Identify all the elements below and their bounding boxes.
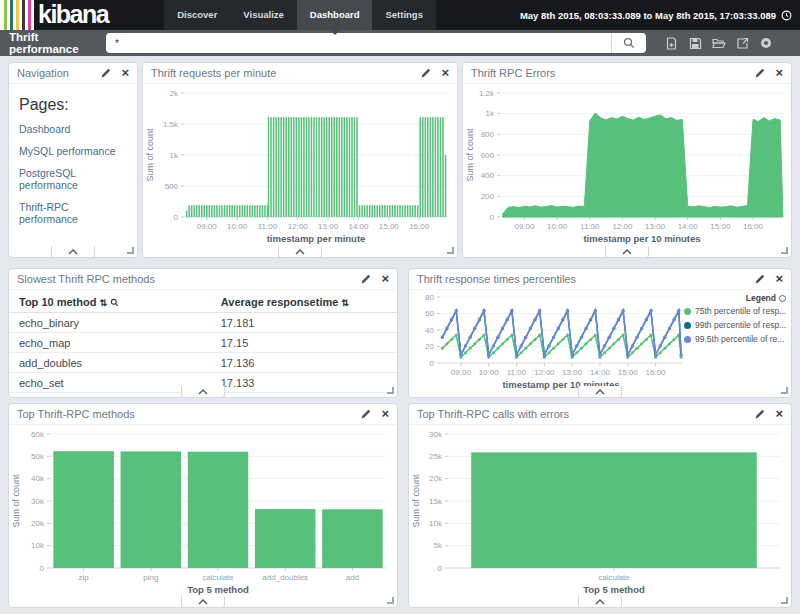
panel-header: Slowest Thrift RPC methods × (9, 269, 397, 290)
table-cell[interactable]: 17.15 (211, 333, 397, 353)
panel-resize-handle[interactable] (781, 597, 788, 604)
table-cell[interactable]: 17.136 (211, 353, 397, 373)
column-header-method[interactable]: Top 10 method⇅ (9, 292, 211, 313)
nav-link-dashboard[interactable]: Dashboard (19, 123, 127, 135)
svg-text:calculate: calculate (598, 573, 630, 582)
nav-link-thrift-rpc-performance[interactable]: Thrift-RPC performance (19, 201, 127, 225)
pages-heading: Pages: (19, 96, 127, 114)
panel-collapse-chevron[interactable] (181, 596, 225, 608)
panel-resize-handle[interactable] (781, 387, 788, 394)
options-gear-icon[interactable] (760, 37, 772, 49)
edit-panel-icon[interactable] (755, 409, 765, 419)
close-panel-icon[interactable]: × (121, 68, 129, 78)
legend-item-99-5th[interactable]: 99.5th percentile of re... (684, 334, 786, 344)
panel-collapse-chevron[interactable] (51, 246, 95, 258)
panel-collapse-chevron[interactable] (278, 246, 322, 258)
sort-icon[interactable]: ⇅ (99, 298, 107, 308)
svg-text:1.5k: 1.5k (163, 120, 179, 129)
rpc-errors-chart[interactable]: 02004006008001k1.2k09:0010:0011:0012:001… (464, 85, 792, 257)
svg-text:0: 0 (490, 213, 495, 222)
query-input[interactable] (106, 33, 611, 53)
share-dashboard-icon[interactable] (736, 37, 749, 50)
svg-text:15:00: 15:00 (379, 222, 400, 231)
panel-navigation: Navigation × Pages: Dashboard MySQL perf… (8, 62, 138, 258)
svg-text:11:00: 11:00 (580, 222, 600, 231)
top-methods-chart[interactable]: 010k20k30k40k50k60kTop 5 methodSum of co… (10, 426, 396, 610)
legend-dot-icon (684, 336, 691, 343)
save-dashboard-icon[interactable] (689, 37, 702, 50)
table-cell[interactable]: add_doubles (9, 353, 211, 373)
tab-settings[interactable]: Settings (372, 0, 435, 30)
svg-text:1k: 1k (170, 151, 179, 160)
svg-text:16:00: 16:00 (743, 222, 764, 231)
svg-text:10:00: 10:00 (547, 222, 568, 231)
load-dashboard-icon[interactable] (712, 37, 726, 49)
svg-text:2k: 2k (170, 89, 179, 98)
close-panel-icon[interactable]: × (775, 274, 783, 284)
table-cell[interactable]: 17.133 (211, 373, 397, 393)
close-panel-icon[interactable]: × (775, 68, 783, 78)
top-errors-chart[interactable]: 05k10k15k20k25k30kTop 5 methodSum of cou… (410, 426, 790, 610)
panel-collapse-chevron[interactable] (181, 386, 225, 398)
new-dashboard-icon[interactable] (665, 37, 678, 50)
svg-text:Sum of count: Sum of count (411, 474, 421, 528)
svg-text:0: 0 (174, 213, 179, 222)
panel-collapse-chevron[interactable] (605, 246, 649, 258)
edit-panel-icon[interactable] (361, 274, 371, 284)
table-cell[interactable]: echo_binary (9, 313, 211, 333)
panel-title: Navigation (17, 67, 91, 79)
svg-text:30k: 30k (429, 430, 443, 439)
panel-resize-handle[interactable] (387, 387, 394, 394)
svg-text:400: 400 (481, 171, 495, 180)
svg-text:zip: zip (78, 573, 89, 582)
panel-resize-handle[interactable] (127, 247, 134, 254)
panel-thrift-requests-per-minute: Thrift requests per minute × 05001k1.5k2… (142, 62, 458, 258)
legend-toggle-icon[interactable] (779, 295, 786, 302)
close-panel-icon[interactable]: × (441, 68, 449, 78)
panel-resize-handle[interactable] (387, 597, 394, 604)
column-header-responsetime[interactable]: Average responsetime⇅ (211, 292, 397, 313)
requests-per-minute-chart[interactable]: 05001k1.5k2k09:0010:0011:0012:0013:0014:… (144, 85, 458, 257)
edit-panel-icon[interactable] (101, 68, 111, 78)
time-range-picker[interactable]: May 8th 2015, 08:03:33.089 to May 8th 20… (520, 0, 792, 30)
edit-panel-icon[interactable] (755, 68, 765, 78)
percentiles-chart[interactable]: 02040608009:0010:0011:0012:0013:0014:001… (410, 291, 686, 399)
close-panel-icon[interactable]: × (381, 409, 389, 419)
filter-search-icon[interactable] (110, 298, 119, 307)
close-panel-icon[interactable]: × (775, 409, 783, 419)
legend-header[interactable]: Legend (684, 293, 786, 303)
close-panel-icon[interactable]: × (381, 274, 389, 284)
navigation-pages: Pages: Dashboard MySQL performance Postg… (9, 84, 137, 247)
clock-icon (781, 10, 792, 21)
edit-panel-icon[interactable] (361, 409, 371, 419)
tab-dashboard[interactable]: Dashboard (297, 0, 373, 30)
table-cell[interactable]: echo_map (9, 333, 211, 353)
kibana-logo[interactable]: kibana (0, 0, 114, 30)
nav-link-postgresql-performance[interactable]: PostgreSQL performance (19, 167, 127, 191)
legend-item-75th[interactable]: 75th percentile of resp... (684, 306, 786, 316)
panel-header: Thrift requests per minute × (143, 63, 457, 84)
search-button[interactable] (611, 33, 646, 53)
legend-dot-icon (684, 308, 691, 315)
svg-text:200: 200 (481, 192, 495, 201)
svg-text:13:00: 13:00 (645, 222, 666, 231)
panel-collapse-chevron[interactable] (578, 386, 622, 398)
tab-discover[interactable]: Discover (164, 0, 230, 30)
svg-text:ping: ping (143, 573, 158, 582)
panel-resize-handle[interactable] (447, 247, 454, 254)
panel-resize-handle[interactable] (781, 247, 788, 254)
nav-link-mysql-performance[interactable]: MySQL performance (19, 145, 127, 157)
legend-item-99th[interactable]: 99th percentile of resp... (684, 320, 786, 330)
table-row: echo_map17.15 (9, 333, 397, 353)
svg-text:60k: 60k (31, 430, 45, 439)
svg-text:1k: 1k (486, 109, 495, 118)
logo-stripe (4, 0, 7, 30)
table-cell[interactable]: 17.181 (211, 313, 397, 333)
panel-collapse-chevron[interactable] (578, 596, 622, 608)
tab-visualize[interactable]: Visualize (230, 0, 297, 30)
sort-icon[interactable]: ⇅ (341, 298, 349, 308)
svg-text:add: add (346, 573, 359, 582)
edit-panel-icon[interactable] (755, 274, 765, 284)
edit-panel-icon[interactable] (421, 68, 431, 78)
svg-text:14:00: 14:00 (678, 222, 699, 231)
